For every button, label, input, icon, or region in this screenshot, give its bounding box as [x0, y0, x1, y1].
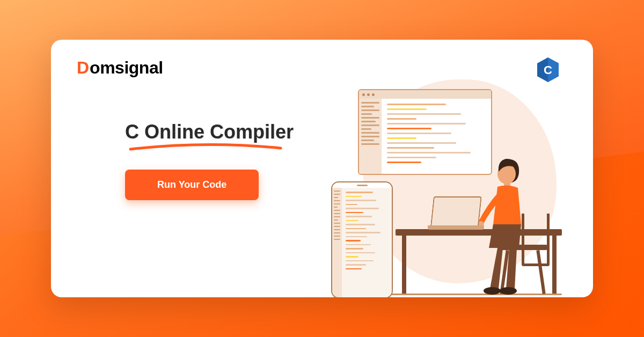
- brand-logo: Domsignal: [77, 58, 310, 78]
- svg-point-7: [500, 287, 517, 295]
- hero-card: Domsignal C Online Compiler Run Your Cod…: [51, 40, 593, 297]
- title-underline: [125, 143, 286, 152]
- hero-section: C Online Compiler Run Your Code: [77, 121, 310, 200]
- phone-graphic: [331, 181, 393, 297]
- laptop-graphic: [428, 196, 484, 230]
- logo-letter-d: D: [77, 58, 89, 78]
- logo-text: omsignal: [90, 58, 163, 78]
- page-title: C Online Compiler: [125, 121, 294, 143]
- coding-illustration: [310, 74, 567, 297]
- run-code-button[interactable]: Run Your Code: [125, 170, 259, 200]
- person-graphic: [477, 153, 552, 297]
- monitor-graphic: [358, 89, 492, 175]
- right-column: C: [310, 58, 567, 279]
- svg-point-6: [484, 287, 501, 295]
- left-column: Domsignal C Online Compiler Run Your Cod…: [77, 58, 310, 279]
